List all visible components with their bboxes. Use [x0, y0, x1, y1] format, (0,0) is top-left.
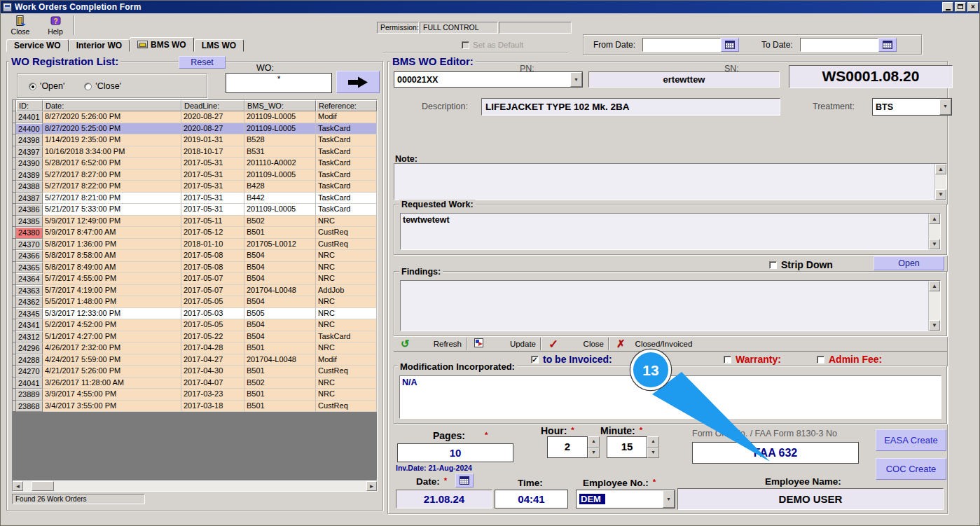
admin-fee-checkbox[interactable]: Admin Fee: [817, 354, 882, 365]
form-no-field[interactable]: FAA 632 [692, 442, 859, 464]
table-row[interactable]: 243655/8/2017 8:49:00 AM2017-05-08B504NR… [13, 262, 377, 274]
table-row[interactable]: 243855/9/2017 12:49:00 PM2017-05-11B502N… [13, 216, 377, 228]
table-row[interactable]: 243455/3/2017 12:33:00 PM2017-05-03B505N… [13, 308, 377, 320]
scroll-down-icon[interactable]: ▼ [929, 320, 940, 331]
action-close[interactable]: ✓Close [541, 337, 608, 351]
maximize-button[interactable] [955, 2, 966, 12]
minute-spinner[interactable]: 15 ▲▼ [607, 436, 659, 458]
scroll-down-icon[interactable]: ▼ [935, 189, 946, 200]
time-field[interactable]: 04:41 [495, 490, 568, 508]
scrollbar-thumb[interactable] [32, 481, 54, 491]
spin-up-icon[interactable]: ▲ [647, 436, 659, 448]
open-button[interactable]: Open [874, 256, 944, 270]
table-row[interactable]: 242964/26/2017 2:32:00 PM2017-04-28B501N… [13, 342, 377, 354]
column-header-id[interactable]: ID: [16, 100, 43, 111]
action-update[interactable]: Update [467, 337, 540, 351]
table-row[interactable]: 243885/27/2017 8:22:00 PM2017-05-31B428T… [13, 181, 377, 193]
table-row[interactable]: 242884/24/2017 5:59:00 PM2017-04-2720170… [13, 354, 377, 366]
tab-interior-wo[interactable]: Interior WO [69, 39, 130, 52]
note-textarea[interactable]: ▲▼ [394, 163, 947, 200]
scroll-up-icon[interactable]: ▲ [935, 164, 946, 174]
table-row[interactable]: 243981/14/2019 2:35:00 PM2019-01-31B528T… [13, 134, 377, 146]
table-row[interactable]: 243665/8/2017 8:58:00 AM2017-05-08B504NR… [13, 250, 377, 262]
radio-open[interactable]: 'Open' [29, 81, 64, 91]
spin-down-icon[interactable]: ▼ [647, 448, 659, 459]
description-field[interactable]: LIFEJACKET TYPE 102 Mk. 2BA [481, 98, 780, 116]
spin-up-icon[interactable]: ▲ [588, 436, 600, 448]
table-row[interactable]: 243895/27/2017 8:27:00 PM2017-05-3120110… [13, 169, 377, 181]
scroll-right-icon[interactable]: ► [366, 481, 377, 491]
vertical-scrollbar[interactable]: ▲▼ [928, 214, 940, 249]
help-button[interactable]: ? Help [40, 15, 71, 36]
table-row[interactable]: 238683/4/2017 3:55:00 PM2017-03-18B501Cu… [13, 401, 377, 413]
scroll-up-icon[interactable]: ▲ [929, 214, 940, 224]
tab-lms-wo[interactable]: LMS WO [194, 39, 244, 52]
vertical-scrollbar[interactable]: ▲▼ [934, 164, 946, 200]
reset-button[interactable]: Reset [179, 56, 226, 69]
minute-value[interactable]: 15 [607, 436, 647, 458]
employee-no-combobox[interactable]: DEM ▼ [576, 490, 675, 508]
table-row[interactable]: 243705/8/2017 1:36:00 PM2018-01-10201705… [13, 239, 377, 251]
tab-bms-wo[interactable]: BMS WO [130, 37, 194, 52]
action-refresh[interactable]: ↺Refresh [394, 337, 466, 351]
to-be-invoiced-checkbox[interactable]: ✓ to be Invoiced: [531, 354, 612, 365]
close-button[interactable]: Close [5, 15, 36, 36]
requested-work-textarea[interactable]: tewtwetewt ▲▼ [400, 213, 941, 250]
horizontal-scrollbar[interactable]: ◄ ► [13, 480, 377, 491]
tab-service-wo[interactable]: Service WO [6, 39, 69, 52]
modification-textarea[interactable]: N/A [399, 375, 941, 419]
table-row[interactable]: 244008/27/2020 5:25:00 PM2020-08-2720110… [13, 123, 377, 135]
pn-combobox[interactable]: 000021XX ▼ [394, 71, 583, 88]
table-row[interactable]: 243415/2/2017 4:52:00 PM2017-05-05B504NR… [13, 319, 377, 331]
pages-field[interactable]: 10 [397, 443, 513, 462]
from-date-input[interactable] [642, 38, 721, 52]
chevron-down-icon[interactable]: ▼ [663, 490, 675, 508]
column-header-bmswo[interactable]: BMS_WO: [244, 100, 316, 111]
table-row[interactable]: 243875/27/2017 8:21:00 PM2017-05-31B442T… [13, 193, 377, 205]
to-date-input[interactable] [800, 38, 878, 52]
minimize-button[interactable] [942, 2, 953, 12]
table-row[interactable]: 243635/7/2017 4:19:00 PM2017-05-07201704… [13, 285, 377, 297]
date-calendar-button[interactable] [455, 473, 474, 487]
easa-create-button[interactable]: EASA Create [876, 429, 946, 451]
wo-filter-input[interactable]: * [226, 73, 332, 93]
spin-down-icon[interactable]: ▼ [588, 448, 600, 459]
findings-textarea[interactable]: ▲▼ [400, 280, 941, 331]
date-field[interactable]: 21.08.24 [396, 490, 492, 508]
table-row[interactable]: 2439710/16/2018 3:34:00 PM2018-10-17B531… [13, 146, 377, 158]
table-row[interactable]: 243125/1/2017 4:27:00 PM2017-05-22B504Ta… [13, 331, 377, 343]
scroll-up-icon[interactable]: ▲ [929, 281, 940, 291]
vertical-scrollbar[interactable]: ▲▼ [928, 281, 940, 331]
from-date-calendar-button[interactable] [721, 38, 739, 52]
table-row[interactable]: 244018/27/2020 5:26:00 PM2020-08-2720110… [13, 111, 377, 123]
scrollbar-track[interactable] [54, 481, 366, 491]
table-row[interactable]: 242704/21/2017 5:26:00 PM2017-04-30B501C… [13, 366, 377, 378]
sn-field[interactable]: ertewttew [588, 71, 780, 88]
strip-down-checkbox[interactable]: Strip Down [769, 259, 833, 270]
treatment-combobox[interactable]: BTS ▼ [872, 98, 952, 116]
close-window-button[interactable]: × [967, 2, 979, 12]
chevron-down-icon[interactable]: ▼ [570, 72, 582, 87]
table-row[interactable]: 243805/9/2017 8:47:00 AM2017-05-12B501Cu… [13, 227, 377, 239]
warranty-checkbox[interactable]: Warranty: [724, 354, 781, 365]
hour-spinner[interactable]: 2 ▲▼ [547, 436, 600, 458]
column-header-date[interactable]: Date: [43, 100, 181, 111]
column-header-deadline[interactable]: DeadLine: [181, 100, 244, 111]
wo-search-button[interactable] [336, 71, 380, 93]
table-row[interactable]: 243625/5/2017 1:48:00 PM2017-05-05B504NR… [13, 296, 377, 308]
radio-close[interactable]: 'Close' [84, 81, 121, 91]
to-date-calendar-button[interactable] [878, 38, 897, 52]
table-row[interactable]: 243865/21/2017 5:33:00 PM2017-05-3120110… [13, 204, 377, 216]
set-as-default-checkbox[interactable]: Set as Default [462, 41, 523, 49]
chevron-down-icon[interactable]: ▼ [939, 99, 951, 115]
table-row[interactable]: 240413/26/2017 11:28:00 AM2017-04-07B502… [13, 378, 377, 389]
table-row[interactable]: 238893/9/2017 4:55:00 PM2017-03-23B501NR… [13, 389, 377, 401]
action-closed-invoiced[interactable]: ✗Closed/Invoiced [609, 337, 696, 351]
table-row[interactable]: 243905/28/2017 6:52:00 PM2017-05-3120111… [13, 158, 377, 169]
scroll-down-icon[interactable]: ▼ [929, 239, 940, 249]
column-header-reference[interactable]: Reference: [316, 100, 377, 111]
table-row[interactable]: 243645/7/2017 4:55:00 PM2017-05-07B504NR… [13, 273, 377, 285]
coc-create-button[interactable]: COC Create [876, 458, 946, 480]
hour-value[interactable]: 2 [547, 436, 588, 458]
scroll-left-icon[interactable]: ◄ [13, 481, 23, 491]
